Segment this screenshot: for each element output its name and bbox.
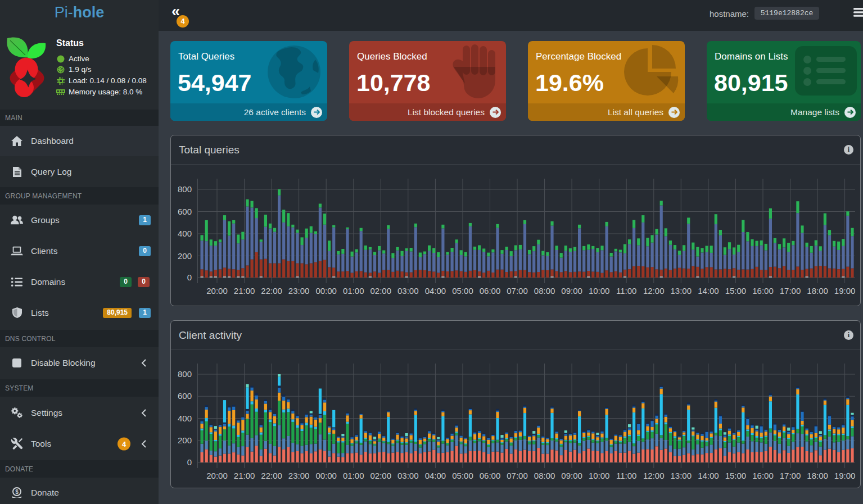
svg-text:18:00: 18:00 (807, 471, 828, 480)
svg-text:02:00: 02:00 (370, 471, 392, 480)
svg-text:07:00: 07:00 (507, 471, 528, 480)
svg-text:22:00: 22:00 (261, 471, 282, 480)
svg-text:05:00: 05:00 (452, 471, 473, 480)
svg-text:06:00: 06:00 (480, 471, 501, 480)
svg-text:800: 800 (178, 184, 192, 194)
svg-text:00:00: 00:00 (315, 471, 337, 480)
svg-text:09:00: 09:00 (561, 286, 582, 296)
svg-text:03:00: 03:00 (397, 286, 419, 296)
svg-text:10:00: 10:00 (589, 286, 610, 296)
svg-text:01:00: 01:00 (343, 286, 364, 296)
svg-text:19:00: 19:00 (834, 471, 856, 480)
svg-text:400: 400 (178, 229, 192, 238)
svg-text:15:00: 15:00 (725, 286, 747, 296)
svg-text:21:00: 21:00 (234, 471, 255, 480)
svg-text:23:00: 23:00 (288, 286, 310, 296)
svg-text:15:00: 15:00 (725, 471, 747, 480)
svg-text:17:00: 17:00 (780, 286, 801, 296)
svg-text:14:00: 14:00 (698, 286, 719, 296)
svg-text:21:00: 21:00 (234, 286, 255, 296)
svg-text:0: 0 (187, 457, 192, 467)
svg-text:08:00: 08:00 (534, 471, 555, 480)
svg-text:11:00: 11:00 (616, 286, 636, 296)
svg-text:12:00: 12:00 (643, 471, 665, 480)
svg-text:09:00: 09:00 (561, 471, 582, 480)
svg-text:23:00: 23:00 (288, 471, 310, 480)
svg-text:04:00: 04:00 (425, 471, 446, 480)
svg-text:12:00: 12:00 (643, 286, 665, 296)
svg-text:0: 0 (187, 273, 192, 282)
svg-text:18:00: 18:00 (807, 286, 828, 296)
svg-text:20:00: 20:00 (206, 286, 228, 296)
svg-text:800: 800 (178, 369, 192, 379)
svg-text:20:00: 20:00 (206, 471, 228, 480)
svg-text:600: 600 (178, 391, 192, 401)
svg-text:06:00: 06:00 (480, 286, 501, 296)
svg-text:13:00: 13:00 (671, 286, 692, 296)
svg-text:13:00: 13:00 (671, 471, 692, 480)
svg-text:04:00: 04:00 (425, 286, 446, 296)
svg-text:$: $ (15, 489, 19, 495)
svg-text:07:00: 07:00 (507, 286, 528, 296)
svg-text:200: 200 (178, 251, 192, 261)
svg-text:16:00: 16:00 (752, 471, 774, 480)
svg-text:11:00: 11:00 (616, 471, 636, 480)
svg-text:14:00: 14:00 (698, 471, 719, 480)
svg-text:03:00: 03:00 (397, 471, 419, 480)
svg-text:19:00: 19:00 (834, 286, 856, 296)
svg-text:17:00: 17:00 (780, 471, 801, 480)
svg-text:16:00: 16:00 (752, 286, 774, 296)
svg-text:01:00: 01:00 (343, 471, 364, 480)
svg-text:02:00: 02:00 (370, 286, 392, 296)
svg-text:22:00: 22:00 (261, 286, 282, 296)
svg-text:400: 400 (178, 414, 192, 423)
svg-text:200: 200 (178, 435, 192, 445)
svg-text:08:00: 08:00 (534, 286, 555, 296)
svg-text:05:00: 05:00 (452, 286, 473, 296)
svg-text:10:00: 10:00 (589, 471, 610, 480)
svg-text:00:00: 00:00 (315, 286, 337, 296)
svg-text:600: 600 (178, 207, 192, 216)
